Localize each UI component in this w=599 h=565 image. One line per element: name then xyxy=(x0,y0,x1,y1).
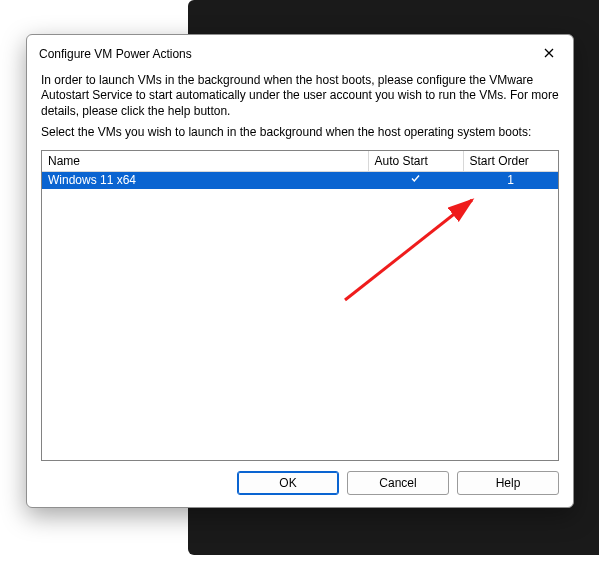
help-button-label: Help xyxy=(496,476,521,490)
titlebar: Configure VM Power Actions xyxy=(27,35,573,71)
dialog-footer: OK Cancel Help xyxy=(27,461,573,507)
cancel-button-label: Cancel xyxy=(379,476,416,490)
vm-name-cell: Windows 11 x64 xyxy=(42,172,368,190)
column-header-name[interactable]: Name xyxy=(42,151,368,172)
vm-list-table: Name Auto Start Start Order Windows 11 x… xyxy=(42,151,558,189)
vm-list-frame: Name Auto Start Start Order Windows 11 x… xyxy=(41,150,559,461)
close-button[interactable] xyxy=(535,43,563,65)
help-button[interactable]: Help xyxy=(457,471,559,495)
column-header-autostart[interactable]: Auto Start xyxy=(368,151,463,172)
instructions-primary: In order to launch VMs in the background… xyxy=(41,73,559,119)
vm-list-header-row: Name Auto Start Start Order xyxy=(42,151,558,172)
cancel-button[interactable]: Cancel xyxy=(347,471,449,495)
checkmark-icon xyxy=(410,173,421,184)
page-backdrop: Configure VM Power Actions In order to l… xyxy=(0,0,599,565)
instructions-secondary: Select the VMs you wish to launch in the… xyxy=(41,125,559,140)
ok-button-label: OK xyxy=(279,476,296,490)
configure-vm-power-actions-dialog: Configure VM Power Actions In order to l… xyxy=(26,34,574,508)
column-header-startorder[interactable]: Start Order xyxy=(463,151,558,172)
table-row[interactable]: Windows 11 x64 1 xyxy=(42,172,558,190)
ok-button[interactable]: OK xyxy=(237,471,339,495)
vm-autostart-cell[interactable] xyxy=(368,172,463,190)
dialog-title: Configure VM Power Actions xyxy=(39,47,192,61)
dialog-body: In order to launch VMs in the background… xyxy=(27,71,573,461)
vm-startorder-cell: 1 xyxy=(463,172,558,190)
close-icon xyxy=(544,47,554,61)
